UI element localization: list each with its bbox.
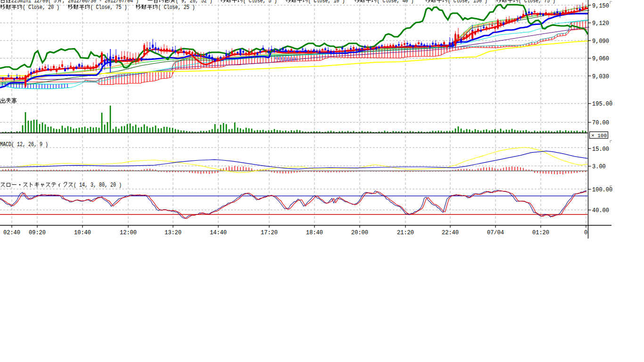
svg-text:10:40: 10:40 (74, 230, 91, 236)
svg-text:22:40: 22:40 (442, 230, 459, 236)
svg-text:07/04: 07/04 (487, 230, 504, 236)
svg-text:( Close, 75 ): ( Close, 75 ) (519, 0, 555, 4)
svg-text:09:20: 09:20 (29, 230, 46, 236)
svg-text:17:20: 17:20 (261, 230, 278, 236)
svg-text:70.00: 70.00 (592, 120, 609, 126)
svg-text:195.00: 195.00 (592, 101, 612, 107)
svg-text:13:20: 13:20 (165, 230, 182, 236)
svg-text:9,060: 9,060 (592, 56, 609, 62)
svg-text:15.00: 15.00 (592, 146, 609, 153)
svg-text:( 9, 26, 52 ): ( 9, 26, 52 ) (176, 0, 213, 4)
svg-text:21:20: 21:20 (397, 230, 414, 236)
svg-text:( Close, 10 ): ( Close, 10 ) (308, 0, 345, 4)
svg-text:40.00: 40.00 (592, 207, 609, 214)
svg-text:0: 0 (584, 230, 587, 236)
svg-text:( 14, 3, 80, 20 ): ( 14, 3, 80, 20 ) (74, 182, 122, 189)
svg-text:18:40: 18:40 (306, 230, 323, 236)
svg-text:( Close, 25 ): ( Close, 25 ) (158, 4, 195, 11)
svg-text:01:20: 01:20 (532, 230, 549, 236)
svg-text:9,120: 9,120 (592, 20, 609, 27)
svg-text:9,090: 9,090 (592, 38, 609, 45)
svg-text:( Close, 40 ): ( Close, 40 ) (377, 0, 413, 4)
svg-text:× 100: × 100 (591, 133, 607, 139)
svg-text:( Close, 150 ): ( Close, 150 ) (448, 0, 487, 4)
svg-text:9,030: 9,030 (592, 74, 609, 80)
svg-text:( Close, 20 ): ( Close, 20 ) (23, 4, 59, 11)
svg-text:3.00: 3.00 (592, 164, 606, 170)
svg-text:14:40: 14:40 (210, 230, 227, 236)
svg-text:9,150: 9,150 (592, 3, 609, 9)
svg-text:02:40: 02:40 (3, 230, 20, 236)
svg-text:12:00: 12:00 (120, 230, 137, 236)
svg-text:, 2012/06/30 - 2012/07/04 ): , 2012/06/30 - 2012/07/04 ) (62, 0, 139, 4)
svg-text:20:00: 20:00 (351, 230, 368, 236)
svg-text:MACD( 12, 26, 9 ): MACD( 12, 26, 9 ) (0, 141, 48, 148)
svg-text:( Close, 5 ): ( Close, 5 ) (243, 0, 277, 4)
svg-text:100.00: 100.00 (592, 187, 612, 193)
svg-text:( Close, 75 ): ( Close, 75 ) (91, 4, 127, 11)
svg-text:225mini 12/09( 5: 225mini 12/09( 5 (11, 0, 57, 4)
